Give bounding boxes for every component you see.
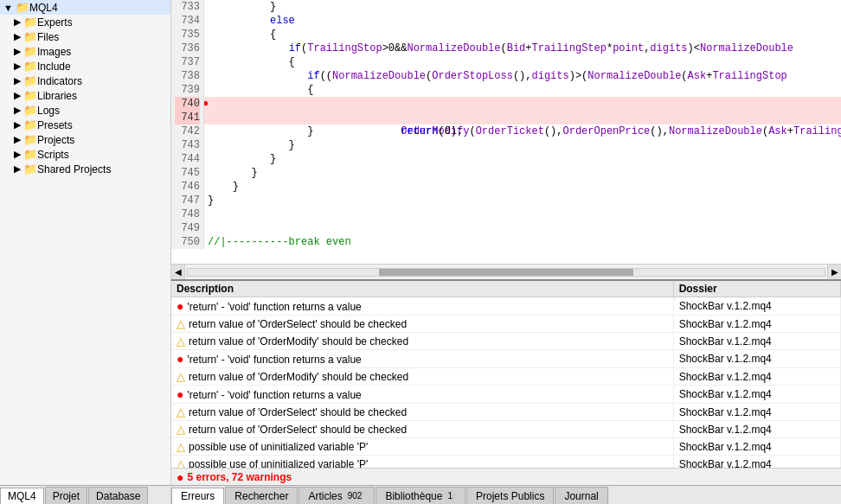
error-row[interactable]: ●'return' - 'void' function returns a va… [171,350,841,368]
scroll-track[interactable] [187,268,825,277]
code-line-744: } [204,152,841,166]
expand-icon-experts: ▶ [14,16,21,28]
code-content: } else { if(TrailingStop>0&&NormalizeDou… [204,0,841,249]
expand-icon: ▼ [3,3,13,13]
scroll-left-btn[interactable]: ◀ [171,265,185,280]
scroll-thumb[interactable] [379,269,633,276]
error-row[interactable]: △possible use of uninitialized variable … [171,456,841,469]
folder-icon-logs: 📁 [23,104,37,117]
code-line-734: else [204,14,841,28]
code-lines: 733 734 735 736 737 738 739 740 741 742 … [171,0,841,249]
ln-745: 745 [175,166,200,180]
sidebar-item-scripts[interactable]: ▶ 📁 Scripts [0,147,170,162]
sidebar-label-indicators: Indicators [37,75,82,87]
sidebar-item-indicators[interactable]: ▶ 📁 Indicators [0,73,170,88]
expand-icon-projects: ▶ [14,134,21,145]
sidebar-tab-projet[interactable]: Projet [45,487,87,504]
error-dossier: ShockBar v.1.2.mq4 [673,350,840,368]
sidebar-tab-mql4[interactable]: MQL4 [0,488,44,504]
error-dossier: ShockBar v.1.2.mq4 [673,456,840,469]
main-container: ▼ 📁 MQL4 ▶ 📁 Experts ▶ 📁 Files ▶ 📁 Image… [0,0,841,504]
code-editor[interactable]: 733 734 735 736 737 738 739 740 741 742 … [171,0,841,264]
sidebar-label-presets: Presets [37,119,73,131]
scroll-right-btn[interactable]: ▶ [827,265,841,280]
tab-badge: 902 [344,491,366,501]
error-description: △return value of 'OrderSelect' should be… [171,316,673,333]
error-count: ● 5 errors, 72 warnings [177,470,292,484]
error-row[interactable]: △return value of 'OrderModify' should be… [171,333,841,350]
col-dossier: Dossier [673,281,840,297]
sidebar-item-mql4[interactable]: ▼ 📁 MQL4 [0,0,170,15]
sidebar-item-include[interactable]: ▶ 📁 Include [0,59,170,73]
error-description: △return value of 'OrderModify' should be… [171,333,673,350]
editor-container: 733 734 735 736 737 738 739 740 741 742 … [171,0,841,504]
sidebar-label-include: Include [37,61,71,73]
error-row[interactable]: △return value of 'OrderModify' should be… [171,368,841,386]
bottom-tab-journal[interactable]: Journal [555,487,607,504]
sidebar-item-logs[interactable]: ▶ 📁 Logs [0,103,170,118]
error-status-icon: ● [177,470,183,484]
status-bar: ● 5 errors, 72 warnings [171,468,841,485]
bottom-tab-rechercher[interactable]: Rechercher [225,487,298,504]
ln-740: 740 [175,97,200,111]
expand-icon-logs: ▶ [14,105,21,116]
sidebar-label-projects: Projects [37,134,74,146]
bottom-tab-bibliothque[interactable]: Bibliothèque1 [376,487,465,504]
sidebar-label-mql4: MQL4 [29,2,58,14]
bottom-tab-articles[interactable]: Articles902 [299,487,375,504]
error-description: △return value of 'OrderSelect' should be… [171,404,673,421]
h-scrollbar[interactable]: ◀ ▶ [171,264,841,279]
bottom-tab-bar: ErreursRechercherArticles902Bibliothèque… [171,485,841,504]
sidebar-tree: ▼ 📁 MQL4 ▶ 📁 Experts ▶ 📁 Files ▶ 📁 Image… [0,0,170,485]
error-icon: ● [177,299,183,313]
code-line-739: { [204,83,841,97]
sidebar-item-images[interactable]: ▶ 📁 Images [0,44,170,59]
sidebar-label-files: Files [37,31,59,43]
sidebar-item-presets[interactable]: ▶ 📁 Presets [0,118,170,132]
code-line-737: { [204,55,841,69]
sidebar-item-shared-projects[interactable]: ▶ 📁 Shared Projects [0,162,170,176]
folder-icon-experts: 📁 [23,16,37,29]
error-row[interactable]: ●'return' - 'void' function returns a va… [171,386,841,404]
sidebar-item-files[interactable]: ▶ 📁 Files [0,29,170,44]
sidebar-label-scripts: Scripts [37,149,69,161]
expand-icon-include: ▶ [14,61,21,72]
sidebar-label-images: Images [37,46,71,58]
col-description: Description [171,281,673,297]
code-line-738: if((NormalizeDouble(OrderStopLoss(),digi… [204,69,841,83]
folder-icon-images: 📁 [23,45,37,58]
ln-736: 736 [175,41,200,55]
ln-743: 743 [175,138,200,152]
code-line-749 [204,221,841,235]
error-row[interactable]: △return value of 'OrderSelect' should be… [171,421,841,438]
bottom-panel: Description Dossier ●'return' - 'void' f… [171,279,841,504]
code-line-750: //|----------break even [204,235,841,249]
error-dossier: ShockBar v.1.2.mq4 [673,333,840,350]
bottom-tab-projetspublics[interactable]: Projets Publics [466,487,554,504]
error-dossier: ShockBar v.1.2.mq4 [673,438,840,456]
error-description: △possible use of uninitialized variable … [171,456,673,469]
sidebar-item-projects[interactable]: ▶ 📁 Projects [0,132,170,147]
folder-icon-presets: 📁 [23,118,37,131]
sidebar-item-experts[interactable]: ▶ 📁 Experts [0,15,170,29]
error-dossier: ShockBar v.1.2.mq4 [673,386,840,404]
code-line-735: { [204,28,841,41]
sidebar-item-libraries[interactable]: ▶ 📁 Libraries [0,88,170,103]
code-line-740: ● OrderModify(OrderTicket(),OrderOpenPri… [204,97,841,111]
error-row[interactable]: △return value of 'OrderSelect' should be… [171,316,841,333]
bottom-tab-erreurs[interactable]: Erreurs [171,488,224,504]
sidebar-label-shared-projects: Shared Projects [37,163,111,175]
sidebar-label-libraries: Libraries [37,90,77,102]
ln-737: 737 [175,55,200,69]
error-row[interactable]: ●'return' - 'void' function returns a va… [171,297,841,316]
error-row[interactable]: △return value of 'OrderSelect' should be… [171,404,841,421]
tab-badge: 1 [444,491,456,501]
folder-icon-projects: 📁 [23,133,37,146]
expand-icon-indicators: ▶ [14,75,21,86]
error-dossier: ShockBar v.1.2.mq4 [673,316,840,333]
code-line-743: } [204,138,841,152]
error-description: △return value of 'OrderModify' should be… [171,368,673,386]
sidebar-tab-database[interactable]: Database [88,487,148,504]
error-row[interactable]: △possible use of uninitialized variable … [171,438,841,456]
ln-750: 750 [175,235,200,249]
